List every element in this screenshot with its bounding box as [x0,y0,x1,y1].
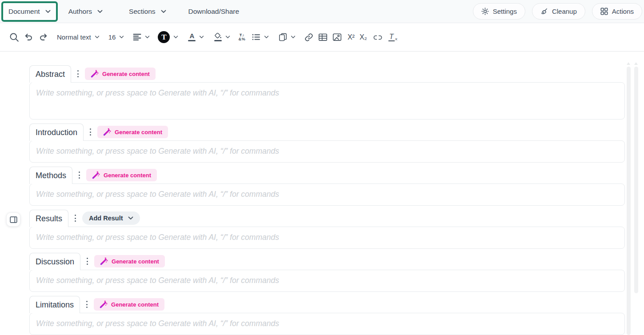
actions-button[interactable]: Actions [592,3,642,20]
magic-wand-icon [91,70,99,78]
menu-sections[interactable]: Sections [124,0,171,23]
chevron-down-icon [45,10,51,13]
font-size-dropdown[interactable]: 16 [108,33,124,41]
section-title: Introduction [36,128,77,137]
section-title-tab[interactable]: Methods [29,167,72,184]
outer-scrollbar-thumb[interactable] [634,67,638,293]
chevron-down-icon [199,36,204,39]
text-color-dropdown[interactable]: A [188,33,204,42]
section-editor[interactable]: Write something, or press space to Gener… [29,140,625,163]
copy-dropdown[interactable] [279,33,296,41]
section-editor[interactable]: Write something, or press space to Gener… [29,227,625,249]
section-menu-button[interactable] [72,167,86,183]
chevron-down-icon [161,10,166,13]
section-title-tab[interactable]: Discussion [29,253,80,270]
horizontal-link-icon[interactable] [373,28,383,46]
chevron-down-icon [97,10,103,13]
section-menu-button[interactable] [80,296,94,313]
list-dropdown[interactable] [252,33,269,41]
section-title: Abstract [36,70,65,79]
inner-scrollbar[interactable] [627,67,631,335]
section-title: Methods [36,171,66,180]
chevron-down-icon [225,36,230,39]
formatting-toolbar: Normal text 16 T A Ŧ♪ &% [0,23,644,52]
editor-placeholder: Write something, or press space to Gener… [36,276,618,285]
menu-sections-label: Sections [129,8,155,16]
section-header: Introduction Generate content [29,124,625,140]
section-header: Discussion Generate content [29,253,625,270]
document-section: Discussion Generate content [29,253,625,292]
special-characters-icon[interactable]: Ŧ♪ &% [238,28,246,46]
section-menu-button[interactable] [68,210,82,227]
section-editor[interactable]: Write something, or press space to Gener… [29,82,625,120]
generate-content-button[interactable]: Generate content [86,169,157,181]
text-style-icon: T [158,31,170,43]
section-menu-button[interactable] [84,124,97,140]
settings-label: Settings [493,8,517,15]
generate-content-button[interactable]: Generate content [94,255,165,267]
section-editor[interactable]: Write something, or press space to Gener… [29,270,625,292]
bullet-list-icon [252,33,260,41]
align-dropdown[interactable] [133,33,150,41]
chevron-down-icon [128,216,133,220]
font-size-value: 16 [108,33,116,41]
editor-placeholder: Write something, or press space to Gener… [36,233,618,242]
menu-download-share-label: Download/Share [188,8,240,16]
chevron-down-icon [264,36,269,39]
cleanup-button[interactable]: Cleanup [532,3,585,20]
document-editor-area: Abstract Generate content [0,52,644,335]
gear-icon [481,8,489,15]
menu-authors[interactable]: Authors [63,0,108,23]
menu-download-share[interactable]: Download/Share [183,0,245,23]
broom-icon [540,8,548,15]
redo-icon[interactable] [38,28,48,46]
image-icon[interactable] [332,28,342,46]
clear-formatting-icon[interactable]: T× [388,28,398,46]
link-icon[interactable] [304,28,313,46]
generate-content-label: Generate content [112,258,159,265]
table-icon[interactable] [318,28,328,46]
generate-content-button[interactable]: Generate content [97,126,168,138]
actions-label: Actions [612,8,634,15]
text-color-icon: A [188,33,196,42]
fill-color-icon [214,33,222,42]
section-title-tab[interactable]: Abstract [29,65,71,83]
cleanup-label: Cleanup [552,8,577,15]
sections-list: Abstract Generate content [29,65,625,335]
generate-content-button[interactable]: Generate content [85,68,156,80]
magic-wand-icon [92,171,100,179]
section-header: Limitations Generate content [29,296,625,313]
search-icon[interactable] [9,28,19,46]
section-header: Abstract Generate content [29,65,625,82]
undo-icon[interactable] [24,28,34,46]
menu-document[interactable]: Document [8,3,51,20]
superscript-icon[interactable]: X² [348,28,355,46]
section-editor[interactable]: Write something, or press space to Gener… [29,313,625,335]
scroll-up-arrow[interactable] [634,62,638,65]
subscript-icon[interactable]: X₂ [360,28,367,46]
section-title-tab[interactable]: Results [29,210,68,227]
copy-icon [279,33,287,41]
generate-content-button[interactable]: Generate content [94,298,164,311]
document-section: Methods Generate content [29,167,625,206]
chevron-down-icon [173,36,178,39]
panel-icon [10,216,17,223]
section-menu-button[interactable] [80,253,94,270]
add-result-button[interactable]: Add Result [82,211,140,225]
section-title-tab[interactable]: Limitations [29,296,80,313]
fill-color-dropdown[interactable] [214,33,230,42]
section-editor[interactable]: Write something, or press space to Gener… [29,183,625,206]
paragraph-style-dropdown[interactable]: Normal text [57,33,100,41]
menu-authors-label: Authors [68,8,92,16]
sidebar-toggle-button[interactable] [6,212,20,227]
generate-content-label: Generate content [104,172,151,179]
generate-content-label: Generate content [102,71,150,77]
settings-button[interactable]: Settings [473,3,525,20]
magic-wand-icon [103,128,111,136]
section-menu-button[interactable] [71,65,85,82]
scroll-up-arrow[interactable] [627,62,630,65]
document-menu-highlight: Document [1,1,58,22]
section-header: Results Add Result [29,210,625,227]
section-title-tab[interactable]: Introduction [29,124,84,141]
text-style-dropdown[interactable]: T [158,31,178,43]
